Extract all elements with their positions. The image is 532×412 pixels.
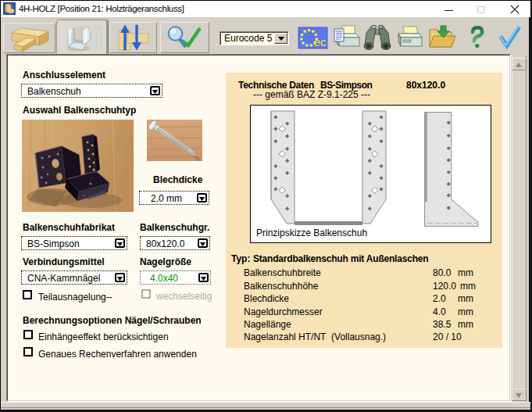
svg-text:ec: ec <box>314 35 327 48</box>
svg-text:Prinzipskizze Balkenschuh: Prinzipskizze Balkenschuh <box>256 227 367 238</box>
